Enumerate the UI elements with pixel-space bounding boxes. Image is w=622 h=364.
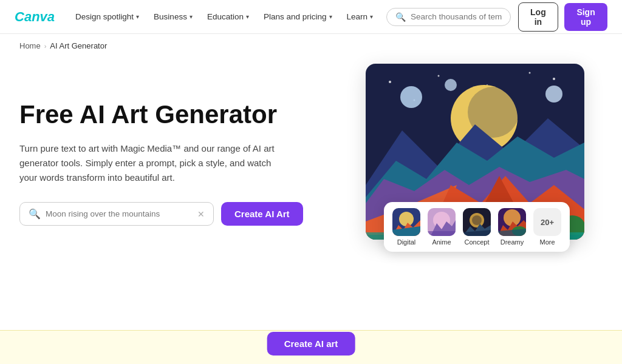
style-chip-dreamy[interactable]: Dreamy <box>498 208 526 246</box>
main-content: Free AI Art Generator Turn pure text to … <box>0 58 622 240</box>
svg-point-5 <box>529 72 531 74</box>
search-icon: 🔍 <box>395 12 406 22</box>
breadcrumb: Home › AI Art Generator <box>0 34 622 58</box>
prompt-input-wrap: 🔍 ✕ <box>19 202 214 226</box>
prompt-input[interactable] <box>46 209 197 218</box>
hero-right: Digital Anime <box>366 64 603 240</box>
svg-point-2 <box>438 75 440 77</box>
hero-left: Free AI Art Generator Turn pure text to … <box>19 64 341 226</box>
nav-learn[interactable]: Learn ▾ <box>341 7 380 26</box>
signup-button[interactable]: Sign up <box>564 3 607 31</box>
concept-thumb <box>463 208 491 236</box>
dreamy-thumb <box>498 208 526 236</box>
create-ai-art-bottom-button[interactable]: Create AI art <box>267 332 355 356</box>
style-chip-more[interactable]: 20+ More <box>533 208 561 246</box>
nav-plans-pricing[interactable]: Plans and pricing ▾ <box>258 7 338 26</box>
breadcrumb-home[interactable]: Home <box>19 41 41 50</box>
chevron-down-icon: ▾ <box>370 13 373 20</box>
nav-education[interactable]: Education ▾ <box>201 7 255 26</box>
chevron-down-icon: ▾ <box>190 13 193 20</box>
digital-label: Digital <box>397 238 416 246</box>
svg-point-12 <box>445 79 457 91</box>
canva-logo[interactable]: Canva <box>15 9 55 25</box>
dreamy-label: Dreamy <box>501 238 524 246</box>
search-input[interactable] <box>411 12 502 21</box>
hero-description: Turn pure text to art with Magic Media™ … <box>19 141 275 185</box>
chevron-down-icon: ▾ <box>329 13 332 20</box>
style-chip-concept[interactable]: Concept <box>463 208 491 246</box>
style-chip-digital[interactable]: Digital <box>392 208 420 246</box>
anime-thumb <box>428 208 456 236</box>
svg-rect-31 <box>428 231 456 236</box>
clear-icon[interactable]: ✕ <box>197 209 205 219</box>
more-count: 20+ <box>541 218 554 227</box>
svg-point-1 <box>389 81 391 83</box>
nav-links: Design spotlight ▾ Business ▾ Education … <box>69 7 379 26</box>
nav-actions: Log in Sign up <box>518 2 607 32</box>
svg-point-11 <box>545 86 562 103</box>
digital-thumb <box>392 208 420 236</box>
svg-point-25 <box>399 212 414 226</box>
more-box: 20+ <box>533 208 561 236</box>
create-ai-art-button[interactable]: Create AI Art <box>221 202 303 226</box>
svg-point-34 <box>472 215 482 225</box>
chevron-down-icon: ▾ <box>136 13 139 20</box>
chevron-down-icon: ▾ <box>246 13 249 20</box>
style-chip-anime[interactable]: Anime <box>428 208 456 246</box>
more-label: More <box>539 238 555 246</box>
search-bar: 🔍 <box>386 8 511 26</box>
nav-business[interactable]: Business ▾ <box>148 7 199 26</box>
prompt-search-icon: 🔍 <box>29 208 41 220</box>
svg-point-10 <box>400 86 422 108</box>
prompt-row: 🔍 ✕ Create AI Art <box>19 202 341 226</box>
anime-label: Anime <box>432 238 451 246</box>
nav-design-spotlight[interactable]: Design spotlight ▾ <box>69 7 145 26</box>
login-button[interactable]: Log in <box>518 2 559 32</box>
breadcrumb-separator: › <box>44 42 47 50</box>
hero-title: Free AI Art Generator <box>19 100 341 129</box>
concept-label: Concept <box>465 238 490 246</box>
style-chips: Digital Anime <box>384 202 570 252</box>
breadcrumb-current: AI Art Generator <box>50 41 107 50</box>
svg-point-4 <box>553 78 555 80</box>
navbar: Canva Design spotlight ▾ Business ▾ Educ… <box>0 0 622 34</box>
